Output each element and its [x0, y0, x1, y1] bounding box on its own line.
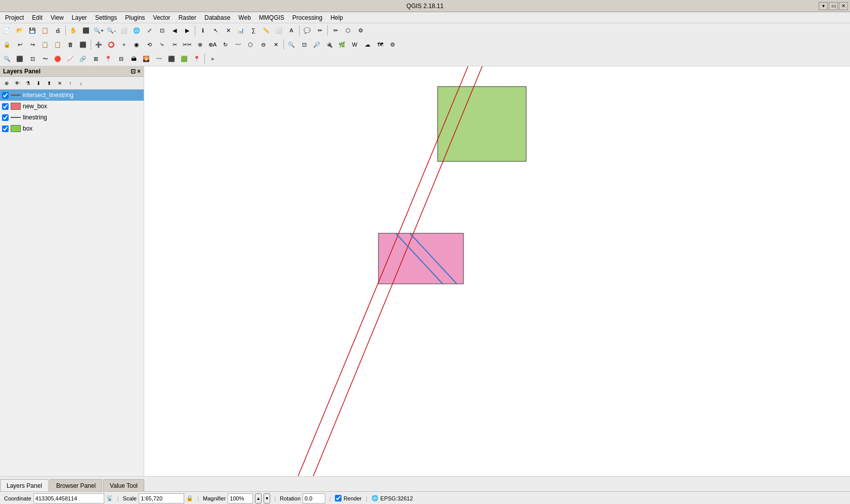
tb-zoom-selection[interactable]: ⊡ [156, 24, 168, 36]
tb-gridline[interactable]: ⊟ [115, 53, 127, 65]
tb-edit-node[interactable]: ⬡ [342, 24, 354, 36]
lp-collapse[interactable]: ⬆ [44, 78, 54, 88]
tb-measure-area[interactable]: ⬜ [273, 24, 285, 36]
tb-del-part[interactable]: ✕ [270, 38, 282, 51]
tb-profile[interactable]: 📈 [64, 53, 76, 65]
tb-wcs[interactable]: W [349, 38, 361, 51]
tb-zoom-in[interactable]: 🔍+ [93, 24, 105, 36]
menu-project[interactable]: Project [1, 12, 28, 23]
tb-offset-curve[interactable]: ⤷ [156, 38, 168, 51]
tb-contour[interactable]: 〰 [153, 53, 165, 65]
layer-checkbox-box[interactable] [2, 125, 9, 132]
tb-georef[interactable]: ⊡ [26, 53, 38, 65]
tb-redo[interactable]: ↪ [26, 38, 38, 51]
tb-save-project[interactable]: 💾 [26, 24, 38, 36]
tb-stat[interactable]: ∑ [247, 24, 260, 36]
menu-settings[interactable]: Settings [91, 12, 121, 23]
tb-open-table[interactable]: 📊 [235, 24, 247, 36]
tb-reshape[interactable]: ⟲ [143, 38, 155, 51]
tb-undo[interactable]: ↩ [14, 38, 26, 51]
tb-move-feat[interactable]: ⬛ [77, 38, 89, 51]
tb-split[interactable]: ✂ [168, 38, 181, 51]
coordinate-input[interactable] [33, 493, 104, 503]
render-checkbox[interactable] [335, 495, 342, 501]
tb-simplify[interactable]: 〰 [232, 38, 244, 51]
tb-pan[interactable]: ✋ [67, 24, 79, 36]
tb-add-ring[interactable]: ⭕ [105, 38, 117, 51]
menu-database[interactable]: Database [200, 12, 234, 23]
menu-vector[interactable]: Vector [149, 12, 175, 23]
tb-node-tool[interactable]: ⬡ [244, 38, 257, 51]
tb-add-feat[interactable]: ➕ [93, 38, 105, 51]
maximize-button[interactable]: ▭ [829, 2, 838, 10]
menu-processing[interactable]: Processing [288, 12, 326, 23]
menu-edit[interactable]: Edit [28, 12, 47, 23]
tb-merge-attrs[interactable]: ⊕A [206, 38, 219, 51]
magnifier-input[interactable] [228, 493, 253, 503]
tb-hillshade[interactable]: 🌄 [140, 53, 152, 65]
tb-select-feat[interactable]: ↖ [209, 24, 222, 36]
layer-item-new-box[interactable]: new_box [0, 101, 144, 112]
tb-settings[interactable]: ⚙ [355, 24, 367, 36]
tb-interpolate[interactable]: 〜 [39, 53, 51, 65]
gps-icon[interactable]: 📡 [106, 495, 113, 501]
lp-expand[interactable]: ⬇ [33, 78, 44, 88]
tb-measure[interactable]: 📏 [260, 24, 272, 36]
tb-lonlat[interactable]: 📍 [102, 53, 114, 65]
tb-map-tips[interactable]: 💬 [301, 24, 313, 36]
tb-zoom-layer[interactable]: ⤢ [143, 24, 155, 36]
menu-raster[interactable]: Raster [175, 12, 200, 23]
tb-copy-feat[interactable]: 📋 [39, 38, 51, 51]
tb-del-ring[interactable]: ⊖ [257, 38, 269, 51]
tab-browser-panel[interactable]: Browser Panel [50, 479, 102, 491]
tb-heatmap[interactable]: 🔴 [52, 53, 64, 65]
tb-identify[interactable]: ℹ [197, 24, 209, 36]
rotation-input[interactable] [303, 493, 325, 503]
layer-checkbox-linestring[interactable] [2, 114, 9, 121]
layer-item-box[interactable]: box [0, 123, 144, 134]
tb-fill-ring[interactable]: ◉ [131, 38, 143, 51]
tb-new-project[interactable]: 📄 [1, 24, 13, 36]
tb-annotation[interactable]: ✏ [314, 24, 326, 36]
menu-mmqgis[interactable]: MMQGIS [255, 12, 288, 23]
magnifier-down[interactable]: ▼ [264, 493, 270, 503]
tb-fill2[interactable]: ⬛ [165, 53, 178, 65]
lp-move-down[interactable]: ↓ [76, 78, 86, 88]
tb-add-part[interactable]: + [118, 38, 130, 51]
tb-topology[interactable]: 🔗 [77, 53, 89, 65]
float-panel-icon[interactable]: ⊡ [131, 68, 136, 75]
tb-zoom-out[interactable]: 🔍- [105, 24, 117, 36]
lp-add-group[interactable]: ⊕ [2, 78, 12, 88]
layer-item-linestring[interactable]: linestring [0, 112, 144, 123]
tb-rotate[interactable]: ↻ [219, 38, 231, 51]
tb-select2[interactable]: ⬛ [14, 53, 26, 65]
tb-save-as[interactable]: 📋 [39, 24, 51, 36]
lp-filter-layer[interactable]: ⚗ [23, 78, 33, 88]
menu-help[interactable]: Help [326, 12, 347, 23]
menu-layer[interactable]: Layer [68, 12, 91, 23]
tb-wms[interactable]: 🗺 [374, 38, 386, 51]
magnifier-up[interactable]: ▲ [255, 493, 262, 503]
tb-split-parts[interactable]: ✂✂ [181, 38, 193, 51]
map-canvas[interactable] [144, 66, 850, 476]
tb-pan-map[interactable]: ⊡ [298, 38, 310, 51]
tb-grid[interactable]: ⊞ [90, 53, 102, 65]
tb-deselect[interactable]: ✕ [222, 24, 234, 36]
minimize-button[interactable]: ▾ [819, 2, 828, 10]
tb-open-project[interactable]: 📂 [14, 24, 26, 36]
tb-zoom-full[interactable]: 🌐 [131, 24, 143, 36]
tab-layers-panel[interactable]: Layers Panel [0, 479, 49, 491]
tb-more[interactable]: » [206, 53, 219, 65]
close-panel-icon[interactable]: × [137, 68, 141, 75]
tab-value-tool[interactable]: Value Tool [103, 479, 144, 491]
tb-zoom-rubber[interactable]: ⬜ [118, 24, 130, 36]
scale-input[interactable] [139, 493, 184, 503]
tb-wfs[interactable]: ☁ [361, 38, 373, 51]
lp-move-up[interactable]: ↑ [65, 78, 75, 88]
tb-print[interactable]: 🖨 [52, 24, 64, 36]
lp-remove[interactable]: ✕ [55, 78, 65, 88]
tb-zoom-next[interactable]: ▶ [181, 24, 193, 36]
layer-checkbox-intersect-linestring[interactable] [2, 92, 9, 99]
tb-green[interactable]: 🟩 [178, 53, 190, 65]
tb-merge[interactable]: ⊕ [194, 38, 206, 51]
